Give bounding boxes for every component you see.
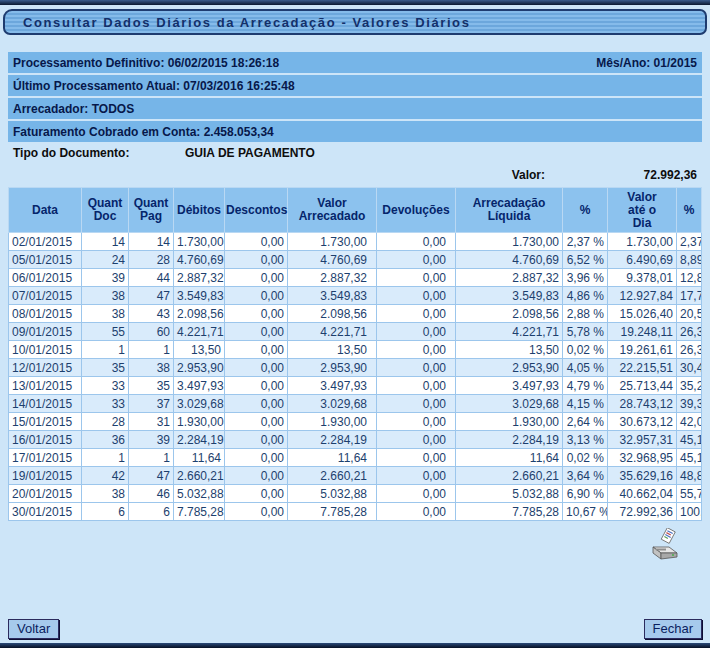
table-cell: 0,00 xyxy=(225,413,288,431)
table-cell: 72.992,36 xyxy=(608,503,677,521)
table-cell: 14 xyxy=(129,233,174,251)
table-cell: 0,00 xyxy=(225,323,288,341)
top-border-strip xyxy=(0,0,710,5)
table-cell: 0,00 xyxy=(377,251,456,269)
table-cell: 0,00 xyxy=(377,287,456,305)
print-button[interactable] xyxy=(650,528,682,560)
valor-label: Valor: xyxy=(512,168,545,182)
table-cell: 0,02 % xyxy=(563,449,608,467)
table-cell: 0,00 xyxy=(377,377,456,395)
table-cell: 0,00 xyxy=(377,305,456,323)
table-row: 10/01/20151113,500,0013,500,0013,500,02 … xyxy=(9,341,702,359)
table-cell: 4,86 % xyxy=(563,287,608,305)
table-cell: 13,50 xyxy=(174,341,225,359)
table-row: 20/01/201538465.032,880,005.032,880,005.… xyxy=(9,485,702,503)
table-cell: 3,13 % xyxy=(563,431,608,449)
table-cell: 2,37 % xyxy=(563,233,608,251)
table-cell: 6.490,69 xyxy=(608,251,677,269)
table-cell: 13/01/2015 xyxy=(9,377,82,395)
table-cell: 1.730,00 xyxy=(288,233,377,251)
column-header: Quant Pag xyxy=(129,188,174,233)
table-cell: 19/01/2015 xyxy=(9,467,82,485)
table-cell: 0,00 xyxy=(225,233,288,251)
table-cell: 16/01/2015 xyxy=(9,431,82,449)
voltar-button[interactable]: Voltar xyxy=(8,619,59,639)
table-cell: 5.032,88 xyxy=(288,485,377,503)
table-cell: 5.032,88 xyxy=(456,485,563,503)
table-cell: 47 xyxy=(129,287,174,305)
table-cell: 2.887,32 xyxy=(288,269,377,287)
table-cell: 28.743,12 xyxy=(608,395,677,413)
processamento-definitivo-text: Processamento Definitivo: 06/02/2015 18:… xyxy=(13,56,279,70)
table-cell: 35 xyxy=(82,359,129,377)
table-cell: 0,00 xyxy=(377,413,456,431)
table-cell: 0,00 xyxy=(225,449,288,467)
table-cell: 2.284,19 xyxy=(456,431,563,449)
table-cell: 13,50 xyxy=(288,341,377,359)
table-cell: 3.549,83 xyxy=(174,287,225,305)
table-cell: 37 xyxy=(129,395,174,413)
table-cell: 1 xyxy=(82,341,129,359)
info-bar-faturamento: Faturamento Cobrado em Conta: 2.458.053,… xyxy=(8,121,702,142)
table-cell: 11,64 xyxy=(174,449,225,467)
column-header: Devoluções xyxy=(377,188,456,233)
table-cell: 36 xyxy=(82,431,129,449)
fechar-button[interactable]: Fechar xyxy=(644,619,702,639)
table-cell: 4.760,69 xyxy=(456,251,563,269)
column-header: Descontos xyxy=(225,188,288,233)
table-cell: 0,00 xyxy=(225,431,288,449)
print-row xyxy=(8,528,702,560)
table-cell: 1.930,00 xyxy=(174,413,225,431)
table-cell: 31 xyxy=(129,413,174,431)
table-cell: 32.968,95 xyxy=(608,449,677,467)
table-cell: 0,00 xyxy=(377,341,456,359)
table-cell: 42 xyxy=(82,467,129,485)
table-cell: 12/01/2015 xyxy=(9,359,82,377)
table-row: 08/01/201538432.098,560,002.098,560,002.… xyxy=(9,305,702,323)
table-cell: 0,00 xyxy=(225,485,288,503)
table-cell: 12,85 % xyxy=(677,269,702,287)
printer-icon xyxy=(650,528,682,560)
table-cell: 10,67 % xyxy=(563,503,608,521)
table-cell: 45,15 % xyxy=(677,431,702,449)
table-cell: 30.673,12 xyxy=(608,413,677,431)
table-cell: 33 xyxy=(82,395,129,413)
table-cell: 47 xyxy=(129,467,174,485)
table-cell: 38 xyxy=(82,485,129,503)
table-cell: 0,00 xyxy=(225,269,288,287)
table-cell: 35 xyxy=(129,377,174,395)
table-cell: 07/01/2015 xyxy=(9,287,82,305)
table-cell: 1.730,00 xyxy=(456,233,563,251)
tipo-documento-row: Tipo do Documento: GUIA DE PAGAMENTO xyxy=(8,142,702,164)
table-cell: 2.953,90 xyxy=(288,359,377,377)
table-cell: 0,02 % xyxy=(563,341,608,359)
table-cell: 0,00 xyxy=(377,233,456,251)
table-cell: 28 xyxy=(129,251,174,269)
table-cell: 32.957,31 xyxy=(608,431,677,449)
title-bar: Consultar Dados Diários da Arrecadação -… xyxy=(3,9,707,35)
faturamento-text: Faturamento Cobrado em Conta: 2.458.053,… xyxy=(13,125,274,139)
table-cell: 4.760,69 xyxy=(174,251,225,269)
column-header: Débitos xyxy=(174,188,225,233)
column-header: Quant Doc xyxy=(82,188,129,233)
table-cell: 2.887,32 xyxy=(174,269,225,287)
table-cell: 3,96 % xyxy=(563,269,608,287)
table-cell: 39 xyxy=(82,269,129,287)
table-cell: 3.497,93 xyxy=(456,377,563,395)
table-cell: 48,81 % xyxy=(677,467,702,485)
table-cell: 10/01/2015 xyxy=(9,341,82,359)
table-cell: 19.248,11 xyxy=(608,323,677,341)
info-bar-arrecadador: Arrecadador: TODOS xyxy=(8,98,702,119)
table-cell: 3,64 % xyxy=(563,467,608,485)
table-cell: 3.029,68 xyxy=(174,395,225,413)
table-cell: 2.284,19 xyxy=(288,431,377,449)
table-cell: 0,00 xyxy=(225,359,288,377)
table-cell: 60 xyxy=(129,323,174,341)
table-cell: 43 xyxy=(129,305,174,323)
table-row: 30/01/2015667.785,280,007.785,280,007.78… xyxy=(9,503,702,521)
table-cell: 1.730,00 xyxy=(608,233,677,251)
table-row: 07/01/201538473.549,830,003.549,830,003.… xyxy=(9,287,702,305)
table-row: 09/01/201555604.221,710,004.221,710,004.… xyxy=(9,323,702,341)
table-cell: 5.032,88 xyxy=(174,485,225,503)
table-cell: 15.026,40 xyxy=(608,305,677,323)
